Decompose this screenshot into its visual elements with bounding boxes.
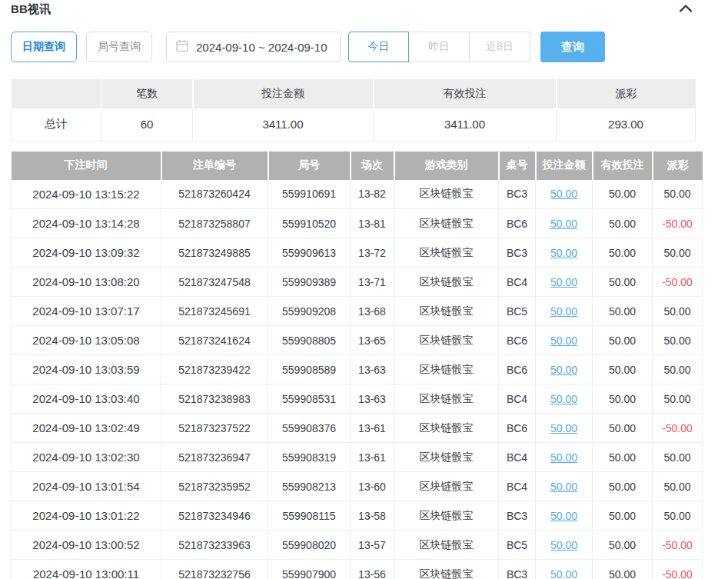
cell-payout: -50.00 [653, 209, 703, 238]
table-row: 2024-09-10 13:14:28521873258807559910520… [12, 209, 703, 238]
cell-session: 13-68 [351, 297, 394, 326]
cell-order-no: 521873241624 [161, 326, 268, 355]
cell-bet-amount: 50.00 [536, 180, 593, 209]
cell-round-no: 559909208 [268, 297, 351, 326]
records-table: 下注时间 注单编号 局号 场次 游戏类别 桌号 投注金额 有效投注 派彩 202… [11, 151, 703, 579]
records-header-row: 下注时间 注单编号 局号 场次 游戏类别 桌号 投注金额 有效投注 派彩 [12, 151, 703, 180]
cell-table-no: BC5 [499, 297, 536, 326]
cell-payout: 50.00 [653, 501, 703, 531]
cell-game-type: 区块链骰宝 [394, 297, 499, 326]
summary-header-payout: 派彩 [557, 79, 696, 108]
bet-amount-link[interactable]: 50.00 [550, 539, 577, 551]
cell-payout: 50.00 [653, 326, 703, 355]
cell-game-type: 区块链骰宝 [394, 384, 499, 414]
cell-bet-amount: 50.00 [536, 268, 593, 297]
summary-bet-amount-value: 3411.00 [193, 108, 374, 141]
summary-payout-value: 293.00 [557, 108, 696, 141]
summary-total-label: 总计 [12, 108, 101, 141]
bet-amount-link[interactable]: 50.00 [550, 305, 577, 318]
cell-bet-time: 2024-09-10 13:05:08 [12, 326, 161, 355]
cell-game-type: 区块链骰宝 [394, 501, 499, 531]
bet-records-panel: BB视讯 日期查询 局号查询 2024-09-10 ~ 2024-09-10 今… [0, 0, 728, 579]
bet-amount-link[interactable]: 50.00 [550, 510, 577, 522]
bet-amount-link[interactable]: 50.00 [550, 334, 577, 347]
cell-valid-bet: 50.00 [593, 384, 653, 414]
round-query-tab[interactable]: 局号查询 [86, 32, 152, 62]
cell-bet-time: 2024-09-10 13:03:59 [12, 355, 161, 384]
cell-round-no: 559908531 [268, 384, 351, 414]
cell-order-no: 521873234946 [161, 501, 268, 531]
cell-bet-amount: 50.00 [536, 531, 593, 560]
header-round-no: 局号 [268, 151, 351, 180]
yesterday-button[interactable]: 昨日 [409, 32, 470, 62]
header-session: 场次 [351, 151, 394, 180]
search-button[interactable]: 查询 [540, 32, 605, 62]
cell-bet-amount: 50.00 [536, 355, 593, 384]
cell-table-no: BC4 [499, 384, 536, 414]
header-bet-amount: 投注金额 [536, 151, 593, 180]
bet-amount-link[interactable]: 50.00 [550, 188, 577, 200]
cell-table-no: BC6 [499, 355, 536, 384]
summary-header-row: 笔数 投注金额 有效投注 派彩 [12, 79, 696, 108]
bet-amount-link[interactable]: 50.00 [550, 481, 577, 493]
cell-bet-amount: 50.00 [536, 209, 593, 238]
cell-bet-time: 2024-09-10 13:00:52 [12, 531, 161, 560]
cell-game-type: 区块链骰宝 [394, 531, 499, 560]
table-row: 2024-09-10 13:07:17521873245691559909208… [12, 297, 703, 326]
cell-table-no: BC6 [499, 326, 536, 355]
cell-bet-amount: 50.00 [536, 560, 593, 579]
table-row: 2024-09-10 13:01:54521873235952559908213… [12, 472, 703, 501]
bet-amount-link[interactable]: 50.00 [550, 218, 577, 230]
cell-bet-time: 2024-09-10 13:01:54 [12, 472, 161, 501]
cell-game-type: 区块链骰宝 [394, 180, 499, 209]
cell-order-no: 521873260424 [161, 180, 268, 209]
bet-amount-link[interactable]: 50.00 [550, 393, 577, 405]
cell-table-no: BC3 [499, 238, 536, 268]
bet-amount-link[interactable]: 50.00 [550, 422, 577, 434]
bet-amount-link[interactable]: 50.00 [550, 364, 577, 376]
cell-round-no: 559908319 [268, 443, 351, 472]
date-range-input[interactable]: 2024-09-10 ~ 2024-09-10 [166, 32, 341, 62]
cell-valid-bet: 50.00 [593, 268, 653, 297]
table-row: 2024-09-10 13:15:22521873260424559910691… [12, 180, 703, 209]
bet-amount-link[interactable]: 50.00 [550, 247, 577, 259]
table-row: 2024-09-10 13:03:40521873238983559908531… [12, 384, 703, 414]
collapse-panel-button[interactable] [679, 4, 693, 13]
summary-valid-bet-value: 3411.00 [374, 108, 557, 141]
last-8-days-button[interactable]: 近8日 [470, 32, 530, 62]
cell-game-type: 区块链骰宝 [394, 268, 499, 297]
today-button[interactable]: 今日 [348, 32, 409, 62]
cell-bet-amount: 50.00 [536, 297, 593, 326]
cell-payout: -50.00 [653, 268, 703, 297]
date-query-tab[interactable]: 日期查询 [11, 32, 77, 62]
cell-session: 13-81 [351, 209, 394, 238]
header-game-type: 游戏类别 [394, 151, 499, 180]
cell-round-no: 559909613 [268, 238, 351, 268]
cell-table-no: BC4 [499, 443, 536, 472]
cell-bet-amount: 50.00 [536, 326, 593, 355]
cell-bet-time: 2024-09-10 13:15:22 [12, 180, 161, 209]
date-range-value: 2024-09-10 ~ 2024-09-10 [196, 41, 327, 54]
cell-bet-time: 2024-09-10 13:14:28 [12, 209, 161, 238]
cell-round-no: 559908376 [268, 414, 351, 443]
cell-order-no: 521873245691 [161, 297, 268, 326]
cell-round-no: 559910691 [268, 180, 351, 209]
cell-payout: 50.00 [653, 180, 703, 209]
bet-amount-link[interactable]: 50.00 [550, 568, 577, 579]
summary-header-valid-bet: 有效投注 [374, 79, 557, 108]
cell-game-type: 区块链骰宝 [394, 326, 499, 355]
cell-order-no: 521873249885 [161, 238, 268, 268]
calendar-icon [176, 39, 188, 55]
cell-round-no: 559909389 [268, 268, 351, 297]
cell-session: 13-56 [351, 560, 394, 579]
table-row: 2024-09-10 13:05:08521873241624559908805… [12, 326, 703, 355]
header-bet-time: 下注时间 [12, 151, 161, 180]
cell-table-no: BC4 [499, 268, 536, 297]
cell-valid-bet: 50.00 [593, 355, 653, 384]
chevron-up-icon [679, 4, 693, 15]
cell-bet-amount: 50.00 [536, 414, 593, 443]
cell-valid-bet: 50.00 [593, 209, 653, 238]
bet-amount-link[interactable]: 50.00 [550, 276, 577, 288]
bet-amount-link[interactable]: 50.00 [550, 451, 577, 464]
header-valid-bet: 有效投注 [593, 151, 653, 180]
